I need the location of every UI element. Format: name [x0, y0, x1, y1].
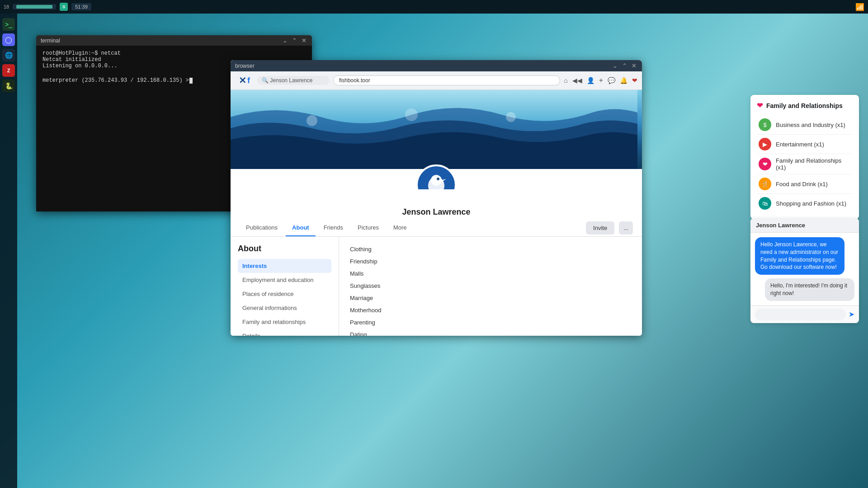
tab-more[interactable]: More	[387, 220, 413, 236]
fishbook-f-icon: f	[247, 76, 250, 85]
taskbar-time: 51:39	[75, 4, 88, 9]
terminal-prompt-text: meterpreter (235.76.243.93 / 192.168.0.1…	[42, 77, 189, 84]
terminal-controls: ⌄ ⌃ ✕	[282, 37, 307, 44]
avatar-image	[418, 167, 454, 189]
tab-publications[interactable]: Publications	[240, 220, 284, 236]
interest-clothing: Clothing	[350, 244, 631, 254]
sidebar-icon-discord[interactable]: ◯	[2, 33, 15, 46]
tab-pictures[interactable]: Pictures	[351, 220, 385, 236]
interest-friendship: Friendship	[350, 256, 631, 267]
chat-icon[interactable]: 💬	[608, 77, 615, 84]
interest-sunglasses: Sunglasses	[350, 281, 631, 291]
browser-controls: ⌄ ⌃ ✕	[612, 62, 637, 69]
terminal-title: terminal	[41, 38, 60, 44]
address-bar-input[interactable]	[333, 75, 560, 85]
browser-maximize-btn[interactable]: ⌃	[621, 62, 628, 69]
taskbar-number: 18	[4, 4, 9, 9]
chat-input-field[interactable]	[755, 309, 846, 320]
interest-dating: Dating	[350, 329, 631, 336]
interest-malls: Malls	[350, 268, 631, 279]
search-placeholder: 🔍 Jenson Lawrence	[262, 77, 312, 84]
cover-waves-svg	[231, 90, 637, 169]
taskbar: 18 S 51:39 📶	[0, 0, 868, 14]
chat-messages: Hello Jenson Lawrence, we need a new adm…	[750, 233, 859, 305]
svg-point-6	[431, 175, 442, 186]
panel-item-business: $ Business and Industry (x1)	[757, 115, 853, 135]
sidebar-icon-terminal[interactable]: >_	[2, 18, 15, 31]
browser-close-btn[interactable]: ✕	[631, 62, 637, 69]
about-section: About Interests Employment and education…	[231, 237, 642, 336]
about-sidebar: About Interests Employment and education…	[231, 237, 339, 336]
sidebar-icon-globe[interactable]: 🌐	[2, 49, 15, 61]
about-menu-family[interactable]: Family and relationships	[238, 315, 331, 329]
home-icon[interactable]: ⌂	[564, 77, 567, 84]
shopping-label: Shopping and Fashion (x1)	[776, 200, 846, 207]
interest-parenting: Parenting	[350, 317, 631, 328]
fishbook-x-icon: ✕	[239, 75, 246, 86]
about-menu-general[interactable]: General informations	[238, 301, 331, 315]
browser-title: browser	[235, 63, 255, 69]
browser-nav-icons: ⌂ ◀◀ 👤 + 💬 🔔 ❤	[564, 76, 637, 84]
business-label: Business and Industry (x1)	[776, 122, 845, 128]
shopping-icon: 🛍	[759, 197, 771, 210]
invite-button[interactable]: Invite	[586, 221, 614, 235]
browser-minimize-btn[interactable]: ⌄	[612, 62, 618, 69]
browser-window: browser ⌄ ⌃ ✕ ✕ f 🔍 Jenson Lawrence ⌂ ◀◀…	[231, 60, 642, 336]
svg-point-3	[506, 112, 516, 122]
tab-friends[interactable]: Friends	[317, 220, 349, 236]
interest-marriage: Marriage	[350, 293, 631, 303]
back-icon[interactable]: ◀◀	[572, 77, 582, 84]
panel-item-entertainment: ▶ Entertainment (x1)	[757, 135, 853, 154]
chat-send-button[interactable]: ➤	[849, 310, 854, 319]
sidebar: >_ ◯ 🌐 Z 🐍	[0, 14, 17, 488]
progress-fill	[16, 5, 52, 9]
plus-icon[interactable]: +	[599, 76, 603, 84]
taskbar-logo[interactable]: S	[60, 3, 68, 11]
about-title: About	[238, 244, 331, 253]
browser-search-box[interactable]: 🔍 Jenson Lawrence	[257, 76, 330, 85]
svg-point-1	[307, 115, 317, 126]
entertainment-label: Entertainment (x1)	[776, 141, 824, 148]
chat-message-me: Hello, I'm interested! I'm doing it righ…	[765, 278, 854, 301]
family-heart-icon: ❤	[757, 101, 763, 110]
about-menu-employment[interactable]: Employment and education	[238, 273, 331, 287]
about-menu-details[interactable]: Details	[238, 329, 331, 336]
terminal-maximize-btn[interactable]: ⌃	[291, 37, 298, 44]
terminal-line-1: root@HotPlugin:~$ netcat	[42, 50, 306, 56]
tab-about[interactable]: About	[286, 220, 316, 236]
about-content: Clothing Friendship Malls Sunglasses Mar…	[339, 237, 642, 336]
terminal-minimize-btn[interactable]: ⌄	[282, 37, 288, 44]
family-icon: ❤	[759, 158, 771, 170]
terminal-titlebar: terminal ⌄ ⌃ ✕	[36, 35, 312, 46]
entertainment-icon: ▶	[759, 138, 771, 150]
dots-button[interactable]: ...	[619, 221, 633, 235]
cover-photo	[231, 90, 642, 169]
about-menu-interests[interactable]: Interests	[238, 259, 331, 273]
business-icon: $	[759, 118, 771, 131]
progress-bar	[16, 5, 52, 9]
food-icon: 🍴	[759, 178, 771, 190]
sidebar-icon-security[interactable]: Z	[2, 64, 15, 77]
interests-panel: ❤ Family and Relationships $ Business an…	[750, 95, 859, 219]
interests-list: Clothing Friendship Malls Sunglasses Mar…	[350, 244, 631, 336]
browser-titlebar: browser ⌄ ⌃ ✕	[231, 60, 642, 71]
chat-panel: Jenson Lawrence Hello Jenson Lawrence, w…	[750, 218, 859, 323]
panel-item-family: ❤ Family and Relationships (x1)	[757, 154, 853, 174]
svg-point-8	[438, 178, 439, 180]
panel-item-shopping: 🛍 Shopping and Fashion (x1)	[757, 194, 853, 213]
profile-tabs: Publications About Friends Pictures More…	[231, 220, 642, 237]
fishbook-logo: ✕ f	[235, 73, 254, 88]
about-menu-places[interactable]: Places of residence	[238, 287, 331, 301]
svg-point-2	[405, 108, 418, 121]
taskbar-progress-bar	[13, 4, 56, 9]
terminal-close-btn[interactable]: ✕	[301, 37, 307, 44]
logo-letter: S	[62, 5, 65, 9]
chat-message-them: Hello Jenson Lawrence, we need a new adm…	[755, 237, 844, 275]
interest-motherhood: Motherhood	[350, 305, 631, 315]
panel-item-food: 🍴 Food and Drink (x1)	[757, 174, 853, 194]
browser-addressbar: ✕ f 🔍 Jenson Lawrence ⌂ ◀◀ 👤 + 💬 🔔 ❤	[231, 71, 642, 90]
heart-nav-icon[interactable]: ❤	[632, 77, 637, 84]
person-icon[interactable]: 👤	[587, 77, 594, 84]
sidebar-icon-snake[interactable]: 🐍	[2, 80, 15, 92]
bell-icon[interactable]: 🔔	[620, 77, 627, 84]
